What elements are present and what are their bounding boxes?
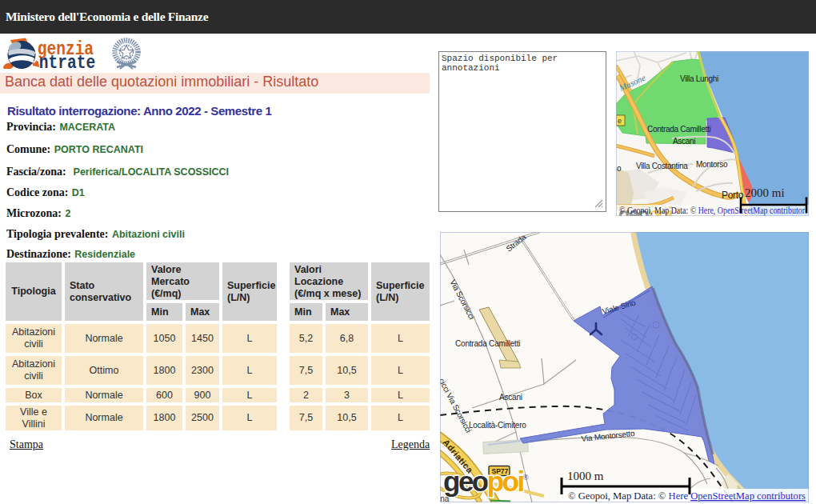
- svg-text:Ascani: Ascani: [673, 137, 695, 146]
- svg-text:e: e: [618, 117, 622, 125]
- svg-text:geopoi: geopoi: [443, 466, 523, 497]
- svg-text:Montorso: Montorso: [696, 160, 728, 169]
- svg-text:®: ®: [523, 474, 529, 482]
- svg-text:o: o: [617, 164, 622, 173]
- svg-text:ina: ina: [440, 494, 450, 502]
- svg-text:ntrate: ntrate: [39, 53, 95, 74]
- svg-text:© Geopoi, Map Data: © Here Op: © Geopoi, Map Data: © Here OpenStreetMap…: [568, 490, 806, 502]
- svg-text:Contrada Camilletti: Contrada Camilletti: [455, 339, 520, 348]
- svg-text:Villa Lunghi: Villa Lunghi: [680, 74, 718, 83]
- svg-text:© Geopoi, Map Data: © Here, Op: © Geopoi, Map Data: © Here, OpenStreetMa…: [619, 206, 805, 216]
- svg-text:Contrada Camilletti: Contrada Camilletti: [647, 125, 710, 134]
- svg-text:1000 m: 1000 m: [567, 470, 604, 482]
- svg-text:Villa Costantina: Villa Costantina: [636, 162, 688, 170]
- svg-text:2000 mi: 2000 mi: [745, 186, 785, 199]
- svg-text:Località-Cimitero: Località-Cimitero: [469, 421, 526, 430]
- svg-text:Ascani: Ascani: [499, 393, 522, 402]
